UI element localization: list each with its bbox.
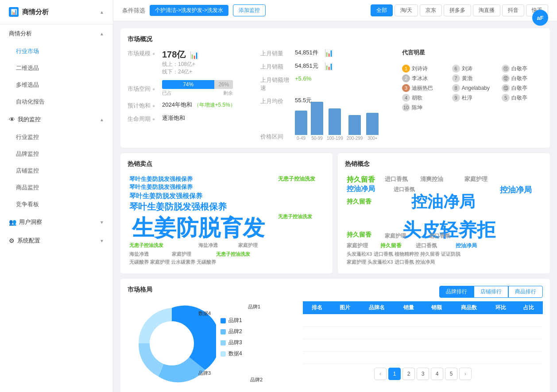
hot-concepts-card: 热销概念 持久留香 进口香氛 清爽控油 家庭护理 控油净局 控油净局 进口香氛 …: [338, 153, 550, 273]
sidebar-item-product-monitor[interactable]: 商品监控: [0, 179, 113, 196]
sidebar-item-industry-monitor[interactable]: 行业监控: [0, 129, 113, 146]
celeb-7: 7 黄渤: [452, 74, 493, 82]
market-col-2: 上月销量 54,851件 📊 上月销额 54,851元 📊 上月销额增速 +5.…: [260, 49, 393, 141]
page-next-btn[interactable]: ›: [459, 368, 472, 380]
concept-word-8: 持久留香: [347, 198, 371, 206]
market-space-row: 市场空间 ● 74% 26% 已占 剩余: [128, 80, 251, 96]
concept-word-17: 家庭护理 头发蓬松X3 进口香氛 控油净局: [347, 259, 435, 265]
concept-word-1: 持久留香: [347, 175, 375, 184]
filter-tag[interactable]: 个护清洁->洗发护发->洗发水: [150, 5, 228, 16]
sidebar-item-user-insight-label: 用户洞察: [19, 218, 42, 226]
page-btn-3[interactable]: 3: [417, 368, 429, 380]
platform-btn-pdd[interactable]: 拼多多: [444, 4, 471, 16]
concept-word-16: 头发蓬松X3 进口香氛 植物精粹控 持久留香 证证防脱: [347, 251, 460, 257]
market-scale-value-area: 178亿 📊 线上：108亿+ 线下：24亿+: [162, 49, 199, 76]
celeb-5: 5 白敬亭: [502, 94, 543, 102]
landscape-title: 市场格局: [128, 286, 296, 294]
saturation-row: 预计饱和 ● 2024年饱和 （年增速+5.5%）: [128, 101, 251, 110]
page-btn-2[interactable]: 2: [402, 368, 415, 380]
platform-btn-taobao[interactable]: 淘/天: [395, 4, 418, 16]
saturation-value-area: 2024年饱和 （年增速+5.5%）: [162, 101, 236, 109]
sidebar-item-multi-selection[interactable]: 多维选品: [0, 77, 113, 93]
legend-dot-brand2: [220, 329, 226, 334]
concept-word-15: 控油净局: [456, 242, 477, 250]
chevron-system-config: ▼: [100, 238, 104, 243]
platform-btn-all[interactable]: 全部: [371, 4, 393, 16]
market-scale-offline: 线下：24亿+: [162, 68, 199, 76]
col-sales-count: 销量: [395, 301, 423, 314]
celeb-1-name: 刘诗诗: [412, 65, 428, 73]
sales-trend-icon[interactable]: 📊: [325, 49, 333, 57]
sidebar-item-competition[interactable]: 竞争看板: [0, 196, 113, 213]
platform-btn-taolive[interactable]: 淘直播: [473, 4, 500, 16]
table-row-empty-2: [303, 327, 543, 339]
sidebar-item-system-config[interactable]: ⚙ 系统配置 ▼: [0, 231, 113, 250]
celeb-12-name: 白敬亭: [511, 75, 527, 82]
celeb-13-name: 白敬亭: [511, 85, 527, 92]
last-month-sales-row: 上月销量 54,851件 📊: [260, 49, 393, 58]
sidebar-item-store-monitor[interactable]: 店铺监控: [0, 162, 113, 179]
market-scale-trend-icon[interactable]: 📊: [190, 51, 199, 59]
price-bar-3: 200-299: [347, 115, 363, 141]
market-grid: 市场规模 ● 178亿 📊 线上：108亿+ 线下：24亿+ 市场空间 ● 7: [128, 49, 543, 141]
amount-trend-icon[interactable]: 📊: [325, 62, 333, 70]
col-brand: 品牌名: [359, 301, 395, 314]
lifecycle-value: 逐渐饱和: [162, 114, 185, 122]
avg-price-label: 上月均价: [260, 96, 291, 105]
pagination: ‹ 1 2 3 4 5 ›: [303, 364, 543, 384]
saturation-growth: （年增速+5.5%）: [194, 102, 236, 108]
celeb-10: 10 陈坤: [402, 104, 443, 111]
legend-brand2: 品牌2: [220, 328, 242, 335]
market-col-1: 市场规模 ● 178亿 📊 线上：108亿+ 线下：24亿+ 市场空间 ● 7: [128, 49, 251, 141]
rank-tab-store[interactable]: 店铺排行: [474, 286, 508, 298]
sidebar-item-user-insight[interactable]: 👥 用户洞察 ▼: [0, 213, 113, 231]
celeb-6-rank: 6: [452, 65, 460, 73]
price-bar-fill-0: [295, 111, 307, 135]
platform-btn-douyin[interactable]: 抖音: [502, 4, 524, 16]
user-avatar-area: aF: [532, 4, 548, 31]
page-prev-btn[interactable]: ‹: [374, 368, 387, 380]
price-bar-label-0: 0-49: [297, 136, 306, 141]
avatar[interactable]: aF: [532, 10, 548, 26]
celeb-2-rank: 2: [402, 74, 410, 82]
concept-word-5: 控油净局: [347, 184, 375, 194]
word-qinye-4: 琴叶生姜防脱发强根保养: [129, 201, 227, 213]
hot-concepts-title: 热销概念: [345, 160, 543, 168]
last-month-sales-label: 上月销量: [260, 49, 291, 58]
sidebar-item-my-monitor[interactable]: 👁 我的监控 ▲: [0, 110, 113, 129]
concept-word-9: 持久留香: [347, 231, 371, 239]
platform-btn-jd[interactable]: 京东: [420, 4, 442, 16]
word-qinye-1: 琴叶生姜防脱发强根保养: [129, 175, 193, 183]
word-wuherangan: 无碳酸养 家庭护理 云水碳素养 无碳酸养: [129, 259, 216, 265]
sidebar-item-market-analysis[interactable]: 商情分析 ▲: [0, 24, 113, 43]
price-range-label: 价格区间: [260, 132, 291, 141]
add-monitor-button[interactable]: 添加监控: [233, 4, 266, 16]
sidebar-item-2d-selection[interactable]: 二维选品: [0, 60, 113, 77]
col-sales-amount: 销额: [423, 301, 451, 314]
sidebar-item-brand-monitor[interactable]: 品牌监控: [0, 146, 113, 162]
celeb-12-rank: ⑫: [502, 74, 510, 82]
word-haiyan-2: 海盐净透: [198, 242, 218, 249]
col-product-count: 商品数: [451, 301, 487, 314]
sidebar-item-industry-market[interactable]: 行业市场: [0, 43, 113, 60]
landscape-ranking-card: 市场格局: [120, 279, 550, 392]
chevron-market-analysis: ▲: [100, 31, 104, 36]
hot-selling-title: 热销卖点: [128, 160, 325, 168]
occupied-label: 已占: [162, 90, 172, 96]
avatar-text: aF: [537, 15, 543, 21]
rank-tab-product[interactable]: 商品排行: [508, 286, 543, 298]
word-wuhuan-4: 无患子控油洗发: [216, 251, 250, 257]
market-scale-value: 178亿: [162, 50, 186, 59]
page-btn-5[interactable]: 5: [445, 368, 457, 380]
celeb-11-name: 白敬亭: [511, 65, 527, 73]
hot-selling-points-card: 热销卖点 生姜防脱育发 琴叶生姜防脱发强根保养 琴叶生姜防脱发强根保养 琴叶生姜…: [120, 153, 333, 273]
page-btn-4[interactable]: 4: [431, 368, 443, 380]
celebrity-title: 代言明星: [402, 49, 543, 57]
market-scale-online: 线上：108亿+: [162, 61, 199, 68]
page-btn-1[interactable]: 1: [388, 368, 401, 380]
sidebar-item-auto-report[interactable]: 自动化报告: [0, 93, 113, 110]
rank-tab-brand[interactable]: 品牌排行: [439, 286, 474, 298]
landscape-section: 市场格局: [128, 286, 296, 388]
concept-word-10: 家庭护理: [385, 232, 406, 240]
concept-word-2: 进口香氛: [385, 175, 408, 183]
